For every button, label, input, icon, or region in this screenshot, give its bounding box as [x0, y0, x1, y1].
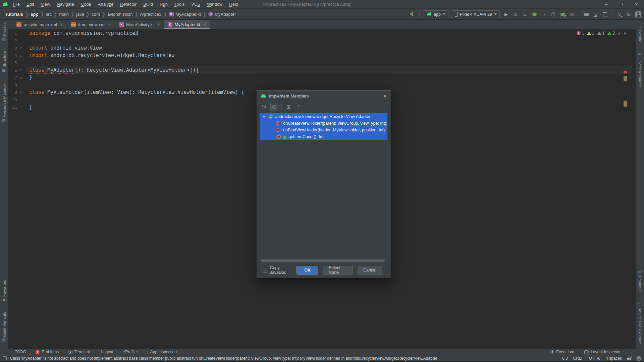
ok-button[interactable]: OK [297, 266, 318, 275]
stripe-item-gradle[interactable]: ◠Gradle [638, 23, 642, 43]
sync-gradle-icon[interactable] [583, 11, 589, 17]
tree-root-row[interactable]: ▼Candroidx.recyclerview.widget.RecyclerV… [260, 113, 387, 120]
menu-analyze[interactable]: Analyze [95, 1, 116, 8]
dialog-title-bar[interactable]: Implement Members ✕ [257, 90, 391, 102]
menu-window[interactable]: Window [204, 1, 225, 8]
device-manager-icon[interactable] [593, 11, 599, 17]
stripe-item-emulator[interactable]: ▯Emulator [638, 269, 642, 292]
tab-close-icon[interactable]: ✕ [108, 22, 111, 27]
close-button[interactable]: ✕ [629, 0, 644, 9]
cancel-button[interactable]: Cancel [358, 266, 382, 275]
file-encoding[interactable]: UTF-8 [589, 356, 600, 361]
toolwindow-app-inspection[interactable]: App Inspection [148, 350, 177, 354]
background-tasks-icon[interactable] [3, 356, 7, 360]
menu-navigate[interactable]: Navigate [54, 1, 77, 8]
breadcrumb-item-myadapter[interactable]: CMyAdapter [207, 11, 237, 17]
inspection-error[interactable]: !1 [577, 31, 584, 36]
inspection-gray[interactable]: 1 [597, 31, 605, 36]
menu-run[interactable]: Run [157, 1, 171, 8]
dialog-close-icon[interactable]: ✕ [383, 94, 387, 99]
inspection-weak[interactable]: 2 [607, 31, 615, 36]
chevron-expanded-icon[interactable]: ▼ [262, 115, 266, 119]
menu-help[interactable]: Help [226, 1, 241, 8]
stop-icon[interactable] [569, 11, 575, 17]
tab-close-icon[interactable]: ✕ [60, 22, 63, 27]
minimize-button[interactable]: – [599, 0, 614, 9]
tree-method-row[interactable]: mgetItemCount(): Int [260, 133, 387, 140]
error-stripe-mark-tan[interactable] [624, 76, 627, 81]
run-icon[interactable]: ▶ [503, 11, 509, 17]
toolwindow-todo[interactable]: TODO [13, 350, 26, 354]
tab-myadapter-kt[interactable]: KMyAdapter.kt✕ [164, 20, 210, 29]
fatal-error-sadface-icon[interactable] [636, 356, 641, 361]
stripe-item-device-manager[interactable]: ▯Device Manager [638, 51, 642, 87]
stripe-item-project[interactable]: ▤Project [2, 23, 6, 43]
breadcrumb-item-myadapter-kt[interactable]: KMyAdapter.kt [168, 11, 202, 17]
tab-mainactivity-kt[interactable]: KMainActivity.kt✕ [115, 20, 163, 29]
breadcrumb-item-com[interactable]: com [91, 11, 101, 17]
select-none-button[interactable]: Select None [323, 266, 353, 275]
stripe-item-device-file-explorer[interactable]: ▯Device File Explorer [638, 300, 642, 344]
attach-debugger-icon[interactable]: ↗ [559, 11, 566, 17]
error-stripe-mark-red[interactable] [624, 71, 627, 73]
breadcrumb-item-src[interactable]: src [45, 11, 53, 17]
settings-gear-icon[interactable] [626, 11, 632, 17]
fold-marker[interactable]: ⌂ [17, 105, 25, 109]
device-selector[interactable]: Pixel 4 XL API 29 [452, 10, 500, 18]
fold-marker[interactable]: ⌂ [17, 53, 25, 58]
search-everywhere-icon[interactable] [616, 11, 623, 17]
error-stripe-mark-tan[interactable] [624, 101, 627, 107]
breadcrumb-item-tutorials[interactable]: Tutorials [4, 11, 24, 17]
code-line-5[interactable]: 5 [8, 59, 636, 66]
menu-vcs[interactable]: VCS [188, 1, 203, 8]
code-line-3[interactable]: 3⊖import android.view.View [8, 44, 636, 52]
copy-javadoc-checkbox[interactable] [263, 268, 267, 273]
maximize-button[interactable] [614, 0, 629, 9]
apply-code-changes-icon[interactable] [522, 11, 528, 17]
profiler-gauge-icon[interactable] [550, 11, 556, 17]
breadcrumb-item-avionmission[interactable]: avionmission [106, 11, 133, 17]
menu-view[interactable]: View [38, 1, 53, 8]
avatar[interactable] [635, 11, 641, 17]
sdk-manager-icon[interactable] [602, 11, 608, 17]
unlocked-padlock-icon[interactable] [627, 358, 631, 360]
indent-setting[interactable]: 4 spaces [606, 356, 622, 361]
expand-all-icon[interactable] [285, 103, 293, 111]
collapse-all-icon[interactable] [295, 103, 303, 111]
tab-activity-main-xml[interactable]: </>activity_main.xml✕ [12, 20, 67, 29]
fold-marker[interactable]: ⊖ [17, 46, 25, 50]
breadcrumb-item-app[interactable]: app [30, 11, 39, 17]
breadcrumb-item-rvpractice3[interactable]: rvpractice3 [139, 11, 163, 17]
event-log-button[interactable]: Event Log [550, 350, 574, 354]
fold-marker[interactable]: ⊖ [17, 68, 25, 72]
code-line-7[interactable]: 7⌂} [8, 74, 636, 81]
toolwindow-terminal[interactable]: ❯Terminal [68, 350, 90, 354]
menu-file[interactable]: File [10, 1, 23, 8]
line-separator[interactable]: CRLF [573, 356, 584, 361]
fold-marker[interactable]: ⌂ [17, 75, 25, 80]
show-hierarchy-toggle-icon[interactable] [270, 103, 278, 111]
run-config-selector[interactable]: app [424, 10, 448, 18]
menu-tools[interactable]: Tools [171, 1, 187, 8]
toolwindow-profiler[interactable]: Profiler [123, 350, 138, 354]
menu-refactor[interactable]: Refactor [117, 1, 140, 8]
menu-code[interactable]: Code [78, 1, 94, 8]
stripe-item-resource-manager[interactable]: ▥Resource Manager [2, 83, 6, 124]
code-line-1[interactable]: 1package com.avionmission.rvpractice3 [8, 29, 636, 37]
tree-method-row[interactable]: monCreateViewHolder(parent: ViewGroup, v… [260, 120, 387, 127]
prev-error-chevron-icon[interactable]: ∧ [618, 31, 621, 36]
tree-method-row[interactable]: monBindViewHolder(holder: MyViewHolder, … [260, 127, 387, 133]
breadcrumb-item-main[interactable]: main [58, 11, 70, 17]
layout-inspector-button[interactable]: Layout Inspector [584, 350, 621, 354]
fold-marker[interactable]: ⊖ [17, 90, 25, 95]
inspection-warning[interactable]: 1 [587, 31, 594, 36]
code-line-2[interactable]: 2 [8, 37, 636, 44]
debug-icon[interactable] [531, 11, 537, 17]
tab-close-icon[interactable]: ✕ [157, 22, 160, 27]
sort-alphabetically-icon[interactable]: az [260, 103, 268, 111]
toolwindow-problems[interactable]: !Problems [36, 350, 59, 354]
build-hammer-icon[interactable] [409, 11, 415, 17]
stripe-item-structure[interactable]: ▦Structure [2, 51, 6, 75]
code-line-4[interactable]: 4⌂import androidx.recyclerview.widget.Re… [8, 52, 636, 59]
profile-icon[interactable] [541, 11, 547, 17]
